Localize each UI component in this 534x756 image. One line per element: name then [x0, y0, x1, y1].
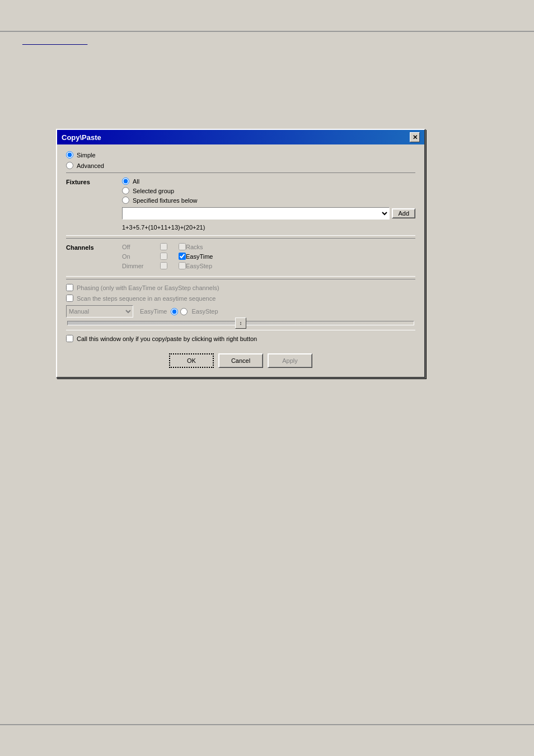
- easytime-mode-radio[interactable]: [171, 308, 178, 315]
- fixture-specified-row: Specified fixtures below: [122, 197, 415, 204]
- easystep-label[interactable]: EasyStep: [186, 263, 212, 269]
- racks-checkbox[interactable]: [179, 243, 186, 250]
- fixture-selected-label[interactable]: Selected group: [133, 188, 174, 194]
- manual-select[interactable]: Manual: [66, 305, 133, 318]
- dialog-body: Simple Advanced Fixtures All Selected gr…: [57, 144, 424, 377]
- fixture-selected-radio[interactable]: [122, 187, 129, 194]
- slider-track: ↕: [67, 321, 414, 325]
- top-link[interactable]: ___________________: [22, 38, 87, 45]
- simple-label[interactable]: Simple: [77, 152, 96, 158]
- add-button[interactable]: Add: [392, 208, 415, 218]
- racks-label[interactable]: Racks: [186, 244, 203, 250]
- bottom-separator: [0, 724, 534, 725]
- dimmer-checkbox[interactable]: [160, 262, 167, 269]
- dimmer-checkbox-group: [160, 262, 170, 269]
- channels-options: Off Racks On: [122, 243, 415, 272]
- call-window-checkbox[interactable]: [66, 335, 73, 342]
- phasing-label[interactable]: Phasing (only with EasyTime or EasyStep …: [77, 284, 219, 291]
- ok-button[interactable]: OK: [169, 353, 214, 368]
- cancel-button[interactable]: Cancel: [218, 353, 263, 368]
- fixtures-section: Fixtures All Selected group Specified fi…: [66, 172, 415, 236]
- fixtures-options: All Selected group Specified fixtures be…: [122, 178, 415, 231]
- fixture-all-radio[interactable]: [122, 178, 129, 185]
- dialog-titlebar: Copy\Paste ✕: [57, 130, 424, 144]
- on-label: On: [122, 253, 156, 260]
- call-window-label[interactable]: Call this window only if you copy/paste …: [77, 335, 257, 342]
- apply-button[interactable]: Apply: [268, 353, 312, 368]
- channel-off-racks-row: Off Racks: [122, 243, 415, 250]
- on-checkbox-group: [160, 253, 170, 260]
- dimmer-label: Dimmer: [122, 263, 156, 269]
- advanced-radio-row: Advanced: [66, 162, 415, 169]
- lower-section: Phasing (only with EasyTime or EasyStep …: [66, 279, 415, 330]
- channels-label: Channels: [66, 243, 122, 272]
- off-label: Off: [122, 244, 156, 250]
- fixture-selected-row: Selected group: [122, 187, 415, 194]
- scan-label[interactable]: Scan the steps sequence in an easytime s…: [77, 295, 216, 302]
- dialog-window: Copy\Paste ✕ Simple Advanced Fixtures Al: [56, 129, 425, 378]
- dialog-buttons: OK Cancel Apply: [66, 349, 415, 370]
- easystep-mode-label[interactable]: EasyStep: [192, 308, 218, 315]
- simple-radio[interactable]: [66, 151, 73, 158]
- fixture-dropdown[interactable]: [122, 207, 390, 220]
- fixture-dropdown-row: Add: [122, 207, 415, 220]
- manual-row: Manual EasyTime EasyStep: [66, 305, 415, 318]
- fixtures-label: Fixtures: [66, 178, 122, 231]
- on-checkbox[interactable]: [160, 253, 167, 260]
- slider-thumb[interactable]: ↕: [235, 318, 246, 329]
- easytime-radio-label: EasyTime: [140, 308, 167, 315]
- easytime-group: EasyTime EasyStep: [140, 308, 218, 315]
- easystep-mode-radio[interactable]: [180, 308, 188, 315]
- fixture-formula: 1+3+5.7+(10+11+13)+(20+21): [122, 224, 415, 231]
- channel-on-easytime-row: On EasyTime: [122, 253, 415, 260]
- scan-checkbox[interactable]: [66, 295, 73, 302]
- slider-row: ↕: [66, 321, 415, 325]
- phasing-checkbox[interactable]: [66, 284, 73, 291]
- easytime-checkbox[interactable]: [179, 253, 186, 260]
- slider-icon: ↕: [240, 320, 242, 326]
- fixture-specified-radio[interactable]: [122, 197, 129, 204]
- call-window-row: Call this window only if you copy/paste …: [66, 335, 415, 342]
- advanced-radio[interactable]: [66, 162, 73, 169]
- close-button[interactable]: ✕: [410, 132, 420, 142]
- easytime-label[interactable]: EasyTime: [186, 253, 213, 260]
- top-separator: [0, 31, 534, 32]
- phasing-row: Phasing (only with EasyTime or EasyStep …: [66, 284, 415, 291]
- fixture-all-label[interactable]: All: [133, 178, 139, 185]
- simple-radio-row: Simple: [66, 151, 415, 158]
- channel-dimmer-easystep-row: Dimmer EasyStep: [122, 262, 415, 269]
- channels-section: Channels Off Racks On: [66, 238, 415, 277]
- fixture-specified-label[interactable]: Specified fixtures below: [133, 197, 198, 204]
- off-checkbox[interactable]: [160, 243, 167, 250]
- fixture-all-row: All: [122, 178, 415, 185]
- scan-row: Scan the steps sequence in an easytime s…: [66, 295, 415, 302]
- dialog-title: Copy\Paste: [62, 133, 101, 142]
- page-wrapper: ___________________ Copy\Paste ✕ Simple …: [0, 0, 534, 756]
- off-checkbox-group: [160, 243, 170, 250]
- advanced-label[interactable]: Advanced: [77, 162, 104, 169]
- easystep-checkbox[interactable]: [179, 262, 186, 269]
